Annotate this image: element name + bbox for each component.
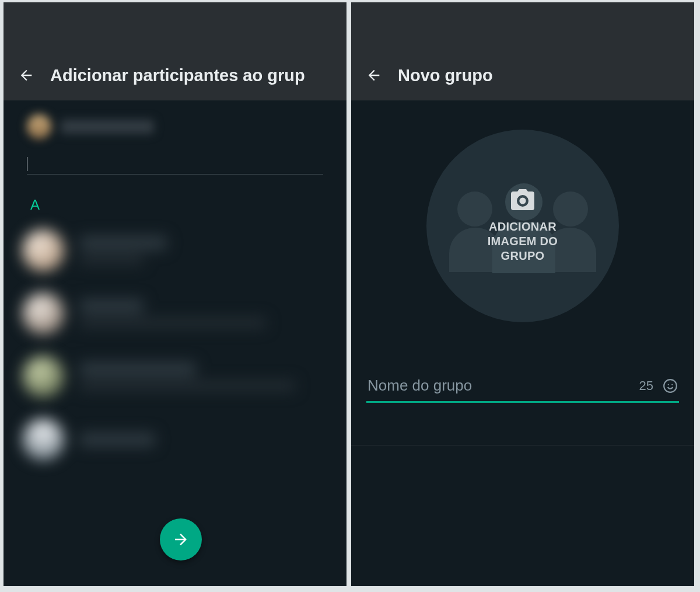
contact-name-redacted xyxy=(79,299,144,313)
search-input[interactable] xyxy=(27,154,323,175)
chip-name-redacted xyxy=(61,120,154,134)
contact-row[interactable] xyxy=(14,219,346,282)
svg-point-1 xyxy=(668,384,669,385)
header: Adicionar participantes ao grup xyxy=(4,2,346,100)
avatar xyxy=(27,114,51,139)
contact-name-redacted xyxy=(79,236,167,250)
back-button[interactable] xyxy=(364,65,384,85)
arrow-left-icon xyxy=(366,67,382,83)
page-title: Novo grupo xyxy=(398,66,493,85)
avatar xyxy=(22,356,64,398)
selected-contact-chip[interactable] xyxy=(27,114,323,139)
group-name-input[interactable] xyxy=(366,376,631,395)
contact-status-redacted xyxy=(79,255,144,265)
screen-add-participants: Adicionar participantes ao grup A xyxy=(4,2,346,586)
avatar xyxy=(22,292,64,335)
contact-name-redacted xyxy=(79,362,196,376)
char-remaining-count: 25 xyxy=(639,378,653,393)
contact-status-redacted xyxy=(79,381,295,391)
add-group-image-button[interactable]: ADICIONAR IMAGEM DO GRUPO xyxy=(426,130,619,322)
add-image-label: ADICIONAR IMAGEM DO GRUPO xyxy=(488,220,558,263)
avatar xyxy=(22,229,64,271)
arrow-right-icon xyxy=(172,531,190,548)
svg-point-0 xyxy=(664,379,677,392)
selected-chip-area xyxy=(4,100,346,175)
camera-icon xyxy=(509,186,537,216)
screen-new-group: Novo grupo ADICIONAR IMAGEM DO GRUPO xyxy=(351,2,694,586)
contact-name-redacted xyxy=(79,433,155,447)
page-title: Adicionar participantes ao grup xyxy=(50,66,305,85)
header: Novo grupo xyxy=(351,2,694,100)
contact-list xyxy=(4,219,346,471)
arrow-left-icon xyxy=(18,67,34,83)
text-cursor xyxy=(27,157,27,171)
section-header-letter: A xyxy=(4,175,346,219)
group-name-row: 25 xyxy=(366,376,679,403)
divider xyxy=(351,445,694,445)
contact-status-redacted xyxy=(79,318,266,328)
contact-row[interactable] xyxy=(14,408,346,471)
contact-row[interactable] xyxy=(14,282,346,345)
next-button[interactable] xyxy=(160,518,202,560)
avatar xyxy=(22,419,64,461)
smiley-icon xyxy=(663,378,678,393)
svg-point-2 xyxy=(671,384,673,385)
emoji-picker-button[interactable] xyxy=(662,377,679,395)
back-button[interactable] xyxy=(16,65,36,85)
contact-row[interactable] xyxy=(14,345,346,408)
